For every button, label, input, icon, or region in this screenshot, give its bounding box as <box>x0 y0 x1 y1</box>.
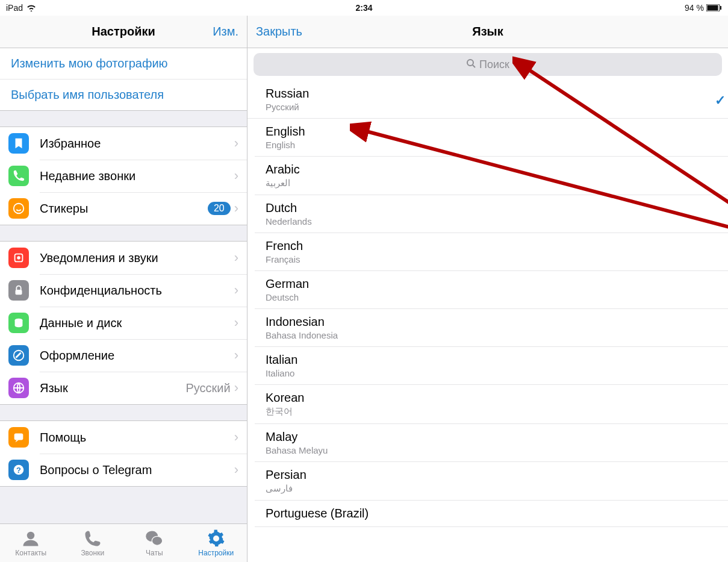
clock: 2:34 <box>355 3 372 13</box>
svg-rect-10 <box>14 434 23 440</box>
row-label: Оформление <box>40 349 234 363</box>
row-label: Вопросы о Telegram <box>40 463 234 477</box>
search-input[interactable]: Поиск <box>254 53 722 76</box>
settings-row-favorites[interactable]: Избранное› <box>0 127 247 160</box>
row-label: Уведомления и звуки <box>40 251 234 265</box>
choose-username-link[interactable]: Выбрать имя пользователя <box>0 79 247 110</box>
settings-row-appearance[interactable]: Оформление› <box>0 339 247 372</box>
settings-title: Настройки <box>92 25 155 39</box>
language-name: Malay <box>266 430 717 444</box>
row-label: Стикеры <box>40 202 208 216</box>
language-row[interactable]: Korean한국어 <box>255 385 728 424</box>
language-native: فارسی <box>266 483 717 494</box>
svg-point-5 <box>17 256 20 260</box>
tab-settings[interactable]: Настройки <box>185 524 247 562</box>
svg-point-13 <box>27 531 35 539</box>
language-native: 한국어 <box>266 406 717 417</box>
tab-bar: Контакты Звонки Чаты Настройки <box>0 523 247 562</box>
chevron-right-icon: › <box>234 168 238 184</box>
language-row[interactable]: FrenchFrançais <box>255 233 728 271</box>
svg-line-17 <box>473 65 475 67</box>
settings-row-stickers[interactable]: Стикеры20› <box>0 192 247 225</box>
language-name: English <box>266 125 717 139</box>
lock-icon <box>8 280 29 301</box>
wifi-icon <box>26 4 36 11</box>
language-row[interactable]: ItalianItaliano <box>255 347 728 385</box>
battery-text: 94 % <box>685 3 704 13</box>
language-name: Italian <box>266 353 717 367</box>
language-native: Italiano <box>266 368 717 378</box>
row-label: Данные и диск <box>40 316 234 330</box>
row-label: Конфиденциальность <box>40 284 234 298</box>
close-button[interactable]: Закрыть <box>256 25 302 39</box>
language-row[interactable]: IndonesianBahasa Indonesia <box>255 309 728 347</box>
chevron-right-icon: › <box>234 283 238 298</box>
right-navbar: Закрыть Язык <box>247 16 728 48</box>
device-label: iPad <box>6 3 23 13</box>
language-row[interactable]: Arabicالعربية <box>255 157 728 195</box>
language-name: Russian <box>266 87 717 101</box>
language-name: Portuguese (Brazil) <box>266 507 717 520</box>
edit-button[interactable]: Изм. <box>213 25 238 39</box>
language-row[interactable]: EnglishEnglish <box>255 119 728 157</box>
row-label: Язык <box>40 381 185 395</box>
language-row[interactable]: DutchNederlands <box>255 195 728 233</box>
settings-row-recent_calls[interactable]: Недавние звонки› <box>0 160 247 192</box>
tab-chats[interactable]: Чаты <box>123 524 185 562</box>
question-icon: ? <box>8 460 29 480</box>
language-name: Arabic <box>266 163 717 176</box>
status-bar: iPad 2:34 94 % <box>0 0 728 16</box>
badge: 20 <box>208 202 231 215</box>
settings-row-notifications[interactable]: Уведомления и звуки› <box>0 242 247 274</box>
language-row[interactable]: MalayBahasa Melayu <box>255 424 728 462</box>
language-native: Bahasa Indonesia <box>266 330 717 340</box>
language-native: Deutsch <box>266 292 717 302</box>
chevron-right-icon: › <box>234 348 238 363</box>
settings-row-data[interactable]: Данные и диск› <box>0 307 247 339</box>
language-name: Indonesian <box>266 315 717 329</box>
bell-icon <box>8 248 29 268</box>
disk-icon <box>8 313 29 333</box>
settings-row-faq[interactable]: ?Вопросы о Telegram› <box>0 454 247 486</box>
language-title: Язык <box>472 25 503 39</box>
chevron-right-icon: › <box>234 136 238 151</box>
chevron-right-icon: › <box>234 429 238 445</box>
language-row[interactable]: Portuguese (Brazil) <box>255 501 728 527</box>
row-label: Помощь <box>40 431 234 445</box>
settings-row-privacy[interactable]: Конфиденциальность› <box>0 274 247 307</box>
globe-icon <box>8 378 29 398</box>
change-photo-link[interactable]: Изменить мою фотографию <box>0 48 247 79</box>
svg-point-16 <box>467 60 473 66</box>
svg-point-3 <box>14 204 24 214</box>
checkmark-icon: ✓ <box>715 93 726 108</box>
chevron-right-icon: › <box>234 462 238 478</box>
tab-contacts[interactable]: Контакты <box>0 524 62 562</box>
phone-icon <box>8 166 29 186</box>
search-icon <box>466 58 476 71</box>
chevron-right-icon: › <box>234 201 238 216</box>
language-native: English <box>266 140 717 150</box>
settings-row-help[interactable]: Помощь› <box>0 421 247 454</box>
row-value: Русский <box>185 381 230 395</box>
row-label: Избранное <box>40 137 234 151</box>
search-placeholder: Поиск <box>479 58 509 71</box>
language-name: German <box>266 277 717 291</box>
chevron-right-icon: › <box>234 315 238 331</box>
language-row[interactable]: RussianРусский✓ <box>247 81 728 119</box>
language-row[interactable]: Persianفارسی <box>255 462 728 501</box>
settings-panel: Настройки Изм. Изменить мою фотографию В… <box>0 16 247 562</box>
sticker-icon <box>8 198 29 219</box>
brush-icon <box>8 345 29 366</box>
row-label: Недавние звонки <box>40 169 234 183</box>
chevron-right-icon: › <box>234 380 238 396</box>
language-native: Русский <box>266 102 717 112</box>
svg-text:?: ? <box>16 466 21 475</box>
svg-rect-2 <box>720 6 721 10</box>
language-native: العربية <box>266 178 717 189</box>
tab-calls[interactable]: Звонки <box>62 524 124 562</box>
settings-row-language[interactable]: ЯзыкРусский› <box>0 372 247 404</box>
language-native: Français <box>266 254 717 264</box>
language-row[interactable]: GermanDeutsch <box>255 271 728 309</box>
language-panel: Закрыть Язык Поиск RussianРусский✓Englis… <box>247 16 728 562</box>
chat-icon <box>8 427 29 448</box>
